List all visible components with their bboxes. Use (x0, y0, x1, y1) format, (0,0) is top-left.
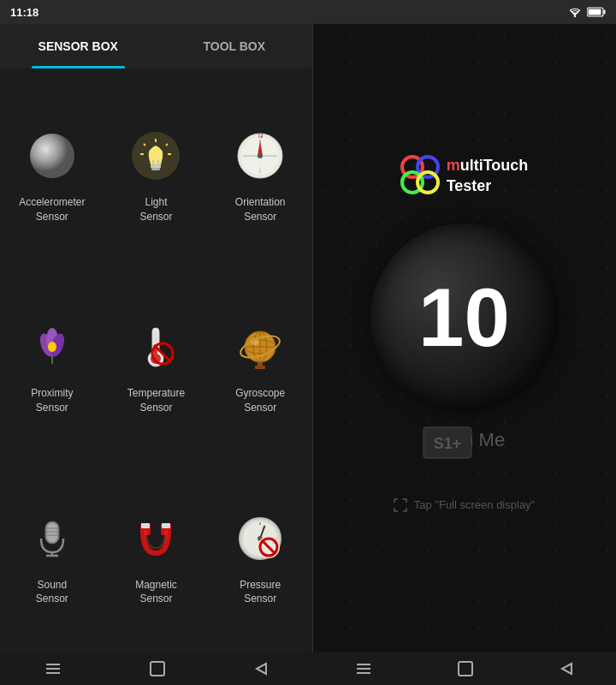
nav-back-left-icon[interactable] (254, 662, 268, 676)
proximity-label: ProximitySensor (31, 386, 73, 415)
left-panel: SENSOR BOX TOOL BOX (0, 24, 312, 659)
gyroscope-icon (229, 316, 291, 378)
sensor-sound[interactable]: SoundSensor (0, 460, 104, 651)
svg-point-28 (48, 342, 56, 352)
touch-count: 10 (418, 271, 510, 365)
accelerometer-icon (21, 125, 83, 187)
multitouch-logo: multiTouch Tester (400, 155, 529, 198)
svg-point-4 (30, 134, 74, 178)
temperature-label: TemperatureSensor (127, 386, 185, 415)
fullscreen-icon (394, 498, 407, 512)
status-time: 11:18 (10, 6, 38, 19)
sensor-temperature[interactable]: TemperatureSensor (104, 268, 209, 459)
gyroscope-label: GyroscopeSensor (235, 386, 285, 415)
accelerometer-label: AccelerometerSensor (19, 195, 85, 224)
svg-rect-55 (141, 523, 150, 528)
nav-menu-right-icon[interactable] (355, 662, 372, 676)
sensor-proximity[interactable]: ProximitySensor (0, 268, 104, 459)
svg-rect-56 (162, 523, 170, 528)
light-label: LightSensor (139, 195, 172, 224)
proximity-icon (21, 316, 83, 378)
nav-left (0, 661, 312, 676)
pressure-label: PressureSensor (240, 578, 281, 607)
brand-logo: S1+ (422, 426, 473, 464)
svg-rect-7 (151, 168, 160, 170)
sensor-orientation[interactable]: N OrientationSensor (208, 77, 312, 268)
orientation-icon: N (229, 125, 291, 187)
sensor-light[interactable]: LightSensor (104, 77, 209, 268)
nav-menu-left-icon[interactable] (44, 662, 62, 676)
brand-svg: S1+ (422, 426, 473, 460)
light-icon (125, 125, 187, 187)
magnetic-icon (125, 508, 187, 569)
temperature-icon (125, 316, 187, 378)
tap-fullscreen[interactable]: Tap "Full screen display" (394, 498, 535, 512)
nav-right (312, 661, 616, 676)
svg-point-21 (258, 153, 263, 158)
main-layout: SENSOR BOX TOOL BOX (0, 24, 616, 659)
svg-line-11 (166, 144, 168, 146)
svg-rect-2 (604, 10, 606, 15)
nav-bar (0, 652, 616, 685)
svg-marker-82 (562, 664, 572, 674)
svg-rect-47 (47, 523, 57, 542)
pressure-icon (229, 508, 291, 569)
panel-divider (312, 24, 313, 659)
logo-tester: Tester (447, 177, 492, 194)
svg-point-0 (574, 15, 576, 17)
svg-rect-3 (589, 9, 601, 15)
status-bar: 11:18 (0, 0, 616, 24)
status-icons (568, 7, 606, 17)
svg-rect-81 (459, 662, 472, 676)
svg-line-12 (144, 144, 145, 146)
sensor-magnetic[interactable]: MagneticSensor (104, 460, 209, 651)
right-panel[interactable]: multiTouch Tester 10 Touch Me S1+ (312, 24, 616, 659)
nav-home-right-icon[interactable] (458, 661, 473, 676)
tabs: SENSOR BOX TOOL BOX (0, 24, 312, 68)
tap-fullscreen-label: Tap "Full screen display" (414, 498, 535, 511)
logo-circles-svg (400, 155, 443, 198)
sensor-grid: AccelerometerSensor (0, 68, 312, 659)
svg-rect-76 (151, 662, 164, 676)
sensor-pressure[interactable]: PressureSensor (208, 460, 312, 651)
tab-tool-box[interactable]: TOOL BOX (157, 24, 313, 68)
tab-sensor-box[interactable]: SENSOR BOX (0, 24, 157, 68)
touch-circle[interactable]: 10 (370, 223, 559, 412)
sensor-accelerometer[interactable]: AccelerometerSensor (0, 77, 104, 268)
battery-icon (587, 7, 606, 17)
svg-text:S1+: S1+ (433, 435, 461, 452)
nav-home-left-icon[interactable] (150, 661, 165, 676)
magnetic-label: MagneticSensor (135, 578, 177, 607)
svg-rect-6 (151, 164, 161, 168)
sound-icon (21, 508, 83, 569)
wifi-icon (568, 7, 582, 17)
orientation-label: OrientationSensor (235, 195, 286, 224)
svg-point-23 (259, 134, 262, 136)
nav-back-right-icon[interactable] (560, 662, 573, 676)
svg-marker-77 (257, 664, 266, 674)
sound-label: SoundSensor (36, 578, 68, 607)
svg-point-70 (418, 172, 438, 193)
logo-multi: ultiTouch (460, 157, 529, 174)
sensor-gyroscope[interactable]: GyroscopeSensor (208, 268, 312, 459)
